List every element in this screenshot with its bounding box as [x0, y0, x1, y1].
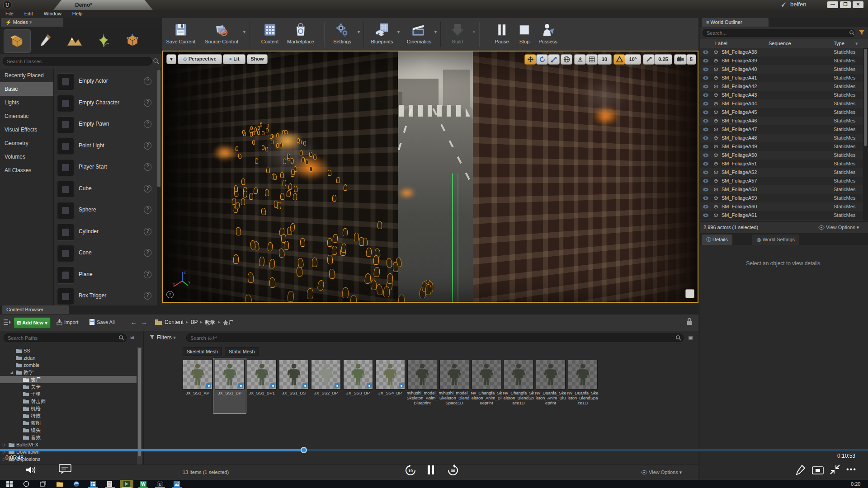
add-new-button[interactable]: ⊞ Add New ▾ — [14, 317, 51, 328]
content-browser-tab[interactable]: Content Browser — [2, 305, 69, 314]
annotate-pencil-icon[interactable] — [796, 465, 806, 475]
folder-特效[interactable]: 特效 — [0, 412, 137, 419]
minimize-button[interactable]: — — [827, 1, 838, 8]
folder-镜头[interactable]: 镜头 — [0, 427, 137, 434]
camera-speed-value-button[interactable]: 5 — [686, 54, 696, 65]
folder-射击师[interactable]: 射击师 — [0, 398, 137, 405]
visibility-eye-icon[interactable] — [703, 101, 709, 106]
taskbar-file-explorer[interactable] — [53, 480, 66, 488]
outliner-row[interactable]: SM_FoliageA61StaticMes — [700, 211, 863, 220]
modes-tab[interactable]: ⚡ Modes ▾ — [1, 18, 63, 27]
placement-item-empty-pawn[interactable]: Empty Pawn? — [54, 114, 156, 134]
outliner-row[interactable]: SM_FoliageA51StaticMes — [700, 160, 863, 168]
share-icon[interactable] — [778, 1, 787, 8]
outliner-row[interactable]: SM_FoliageA58StaticMes — [700, 185, 863, 194]
placement-item-box-trigger[interactable]: Box Trigger? — [54, 286, 156, 305]
folder-BulletVFX[interactable]: ▷BulletVFX — [0, 441, 137, 448]
category-geometry[interactable]: Geometry — [0, 136, 53, 150]
chevron-down-icon[interactable]: ▼ — [396, 30, 401, 34]
category-visual-effects[interactable]: Visual Effects — [0, 123, 53, 136]
placement-item-cone[interactable]: Cone? — [54, 243, 156, 263]
world-local-toggle-button[interactable] — [561, 54, 572, 65]
outliner-row[interactable]: SM_FoliageA45StaticMes — [700, 108, 863, 117]
visibility-eye-icon[interactable] — [703, 136, 709, 141]
menu-edit[interactable]: Edit — [19, 10, 38, 17]
menu-file[interactable]: File — [0, 10, 19, 17]
possess-button[interactable]: Possess — [532, 22, 564, 48]
chevron-down-icon[interactable]: ▼ — [434, 30, 438, 34]
asset-tile-JX_SS4_BP[interactable]: JX_SS4_BP — [375, 360, 405, 414]
mini-player-icon[interactable] — [812, 466, 824, 474]
rewind-10-icon[interactable]: 10 — [404, 465, 417, 476]
surface-snap-button[interactable] — [574, 54, 586, 65]
exit-fullscreen-icon[interactable] — [830, 465, 840, 474]
outliner-row[interactable]: SM_FoliageA60StaticMes — [700, 202, 863, 211]
visibility-eye-icon[interactable] — [703, 84, 709, 89]
lock-icon[interactable] — [686, 318, 693, 326]
visibility-eye-icon[interactable] — [703, 196, 709, 201]
visibility-eye-icon[interactable] — [703, 93, 709, 98]
filters-button[interactable]: Filters ▾ — [157, 334, 176, 341]
breadcrumb-1[interactable]: Content — [165, 319, 184, 327]
camera-speed-button[interactable] — [674, 54, 687, 65]
visibility-eye-icon[interactable] — [703, 58, 709, 63]
outliner-row[interactable]: SM_FoliageA46StaticMes — [700, 117, 863, 125]
world-settings-tab[interactable]: ◍ World Settings — [752, 235, 799, 245]
outliner-row[interactable]: SM_FoliageA43StaticMes — [700, 91, 863, 99]
scale-snap-value-button[interactable]: 0.25 — [654, 54, 672, 65]
visibility-eye-icon[interactable] — [703, 178, 709, 183]
category-basic[interactable]: Basic — [0, 82, 53, 96]
folder-zidan[interactable]: zidan — [0, 354, 137, 361]
category-volumes[interactable]: Volumes — [0, 150, 53, 164]
viewport[interactable]: ▾ ◇ Perspective ● Lit Show 1010°0.255 X … — [162, 51, 698, 303]
category-all-classes[interactable]: All Classes — [0, 164, 53, 177]
visibility-eye-icon[interactable] — [703, 170, 709, 175]
mode-tab-landscape-mode[interactable] — [61, 29, 88, 52]
placement-item-point-light[interactable]: Point Light? — [54, 136, 156, 156]
placement-item-sphere[interactable]: Sphere? — [54, 200, 156, 220]
blueprints-button[interactable]: ▼Blueprints — [366, 22, 398, 48]
visibility-eye-icon[interactable] — [703, 153, 709, 158]
paths-settings-icon[interactable]: ⊞ — [130, 334, 134, 340]
mode-tab-paint-mode[interactable] — [33, 29, 59, 52]
chevron-down-icon[interactable]: ▼ — [242, 30, 246, 34]
visibility-eye-icon[interactable] — [703, 204, 709, 209]
placement-item-player-start[interactable]: Player Start? — [54, 157, 156, 177]
visibility-eye-icon[interactable] — [703, 110, 709, 115]
folder-教学[interactable]: ◢教学 — [0, 369, 137, 376]
folder-丧尸[interactable]: 丧尸 — [0, 376, 137, 383]
marketplace-button[interactable]: Marketplace — [283, 22, 318, 48]
close-button[interactable]: ✕ — [853, 1, 863, 8]
import-button[interactable]: Import — [56, 319, 78, 325]
outliner-row[interactable]: SM_FoliageA44StaticMes — [700, 99, 863, 108]
folder-zombie[interactable]: zombie — [0, 361, 137, 369]
folder-蓝图[interactable]: 蓝图 — [0, 419, 137, 427]
taskbar-edge-browser[interactable] — [70, 480, 83, 488]
danmaku-icon[interactable] — [59, 464, 72, 474]
asset-tile-JX_SS1_BP[interactable]: JX_SS1_BP — [215, 360, 245, 414]
placement-item-cube[interactable]: Cube? — [54, 179, 156, 199]
taskbar-cortana-search[interactable] — [19, 480, 33, 488]
outliner-filter-icon[interactable] — [858, 29, 865, 36]
save-current-button[interactable]: Save Current — [162, 22, 200, 48]
forward-button[interactable]: → — [139, 318, 148, 327]
back-button[interactable]: ← — [129, 318, 138, 327]
world-outliner-tab[interactable]: ≡ World Outliner — [702, 18, 769, 27]
outliner-row[interactable]: SM_FoliageA42StaticMes — [700, 82, 863, 91]
project-tab[interactable]: Demo* — [53, 0, 153, 10]
move-tool-button[interactable] — [524, 54, 536, 65]
caret-expanded-icon[interactable]: ◢ — [10, 369, 13, 376]
category-lights[interactable]: Lights — [0, 96, 53, 109]
menu-window[interactable]: Window — [38, 10, 67, 17]
video-progress-handle[interactable] — [301, 447, 307, 453]
asset-tile-Nv_Changfa_Skeleton_BlendSpace1D[interactable]: Nv_Changfa_Skeleton_BlendSpace1D — [504, 360, 533, 414]
filter-chip-static-mesh[interactable]: Static Mesh — [225, 347, 259, 356]
save-search-icon[interactable]: ▣ — [688, 334, 693, 340]
build-button[interactable]: ▼Build — [442, 22, 473, 48]
folder-音效[interactable]: 音效 — [0, 434, 137, 441]
grid-snap-toggle-button[interactable] — [586, 54, 598, 65]
outliner-row[interactable]: SM_FoliageA59StaticMes — [700, 194, 863, 202]
asset-tile-Nv_Duanfa_Skeleton_BlendSpace1D[interactable]: Nv_Duanfa_Skeleton_BlendSpace1D — [568, 360, 598, 414]
pause-playback-icon[interactable] — [427, 465, 435, 475]
angle-snap-value-button[interactable]: 10° — [625, 54, 641, 65]
